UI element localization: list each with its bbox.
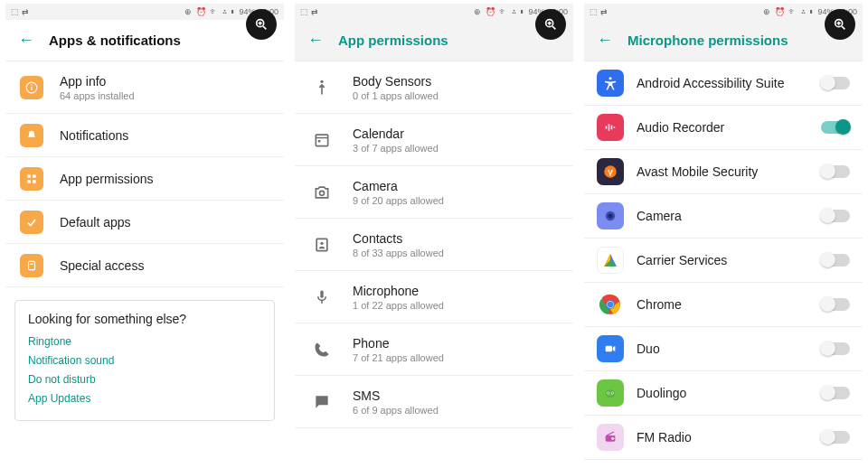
status-bar: ⬚ ⇄ ⊕ ⏰ ᯤ ⁂ ▮ 94% 15:00 — [5, 4, 284, 20]
label: Audio Recorder — [637, 120, 808, 135]
svg-rect-41 — [606, 346, 612, 352]
label: Calendar — [353, 126, 559, 141]
toggle[interactable] — [821, 210, 850, 222]
sublabel: 8 of 33 apps allowed — [353, 248, 559, 258]
special-icon — [20, 254, 43, 277]
page-title: Apps & notifications — [49, 33, 181, 48]
app-bar: ← App permissions — [295, 20, 573, 61]
apps-list: Android Accessibility Suite Audio Record… — [584, 61, 863, 464]
label: Special access — [60, 258, 269, 273]
back-arrow-icon[interactable]: ← — [307, 31, 324, 50]
svg-line-1 — [263, 26, 266, 29]
svg-rect-11 — [29, 261, 35, 269]
row-special-access[interactable]: Special access — [5, 244, 284, 287]
row-accessibility[interactable]: Android Accessibility Suite — [584, 61, 863, 106]
chrome-icon — [597, 291, 624, 318]
row-avast[interactable]: Avast Mobile Security — [584, 150, 863, 194]
row-audio-recorder[interactable]: Audio Recorder — [584, 106, 863, 150]
back-arrow-icon[interactable]: ← — [18, 31, 34, 50]
carrier-icon — [597, 247, 624, 274]
contacts-icon — [313, 236, 331, 254]
label: App info — [60, 74, 269, 89]
row-app-permissions[interactable]: App permissions — [5, 157, 284, 201]
toggle[interactable] — [821, 165, 850, 178]
magnify-button[interactable] — [535, 9, 566, 40]
page-title: App permissions — [338, 33, 448, 48]
label: SMS — [353, 388, 559, 403]
toggle[interactable] — [821, 77, 850, 89]
svg-point-48 — [611, 437, 614, 440]
label: Contacts — [353, 231, 559, 246]
svg-rect-7 — [27, 174, 30, 178]
magnify-button[interactable] — [246, 9, 277, 40]
svg-rect-31 — [609, 124, 610, 131]
magnify-button[interactable] — [825, 9, 855, 40]
row-microphone[interactable]: Microphone1 of 22 apps allowed — [295, 271, 573, 323]
row-duo[interactable]: Duo — [584, 327, 863, 371]
back-arrow-icon[interactable]: ← — [597, 31, 613, 50]
accessibility-icon — [597, 70, 624, 97]
sublabel: 0 of 1 apps allowed — [353, 90, 559, 101]
row-phone[interactable]: Phone7 of 21 apps allowed — [295, 323, 573, 376]
toggle[interactable] — [821, 121, 850, 134]
sublabel: 64 apps installed — [60, 90, 269, 101]
svg-point-29 — [609, 77, 612, 80]
svg-point-36 — [608, 213, 612, 218]
row-fm-radio[interactable]: FM Radio — [584, 416, 863, 460]
toggle[interactable] — [821, 298, 850, 311]
label: Avast Mobile Security — [637, 164, 808, 179]
status-bar: ⬚ ⇄ ⊕ ⏰ ᯤ ⁂ ▮ 94% 15:00 — [295, 4, 573, 20]
link-notification-sound[interactable]: Notification sound — [28, 354, 261, 367]
toggle[interactable] — [821, 387, 850, 399]
row-duolingo[interactable]: Duolingo — [584, 371, 863, 416]
row-contacts[interactable]: Contacts8 of 33 apps allowed — [295, 219, 573, 271]
row-body-sensors[interactable]: Body Sensors0 of 1 apps allowed — [295, 61, 573, 114]
svg-rect-24 — [320, 290, 323, 297]
label: Duo — [637, 342, 808, 356]
toggle[interactable] — [821, 254, 850, 267]
label: App permissions — [60, 172, 269, 186]
svg-rect-33 — [614, 126, 616, 128]
radio-icon — [597, 424, 624, 451]
toggle[interactable] — [821, 342, 850, 355]
looking-for-card: Looking for something else? Ringtone Not… — [14, 300, 275, 421]
check-icon — [20, 211, 43, 234]
svg-rect-8 — [33, 174, 36, 178]
row-camera-app[interactable]: Camera — [584, 194, 863, 239]
svg-rect-12 — [30, 263, 33, 264]
grid-icon — [20, 167, 43, 191]
svg-point-45 — [608, 392, 609, 394]
status-icons: ⊕ ⏰ ᯤ ⁂ ▮ — [474, 7, 525, 16]
link-ringtone[interactable]: Ringtone — [28, 335, 261, 348]
svg-point-40 — [608, 302, 614, 308]
row-default-apps[interactable]: Default apps — [5, 201, 284, 244]
status-icons: ⊕ ⏰ ᯤ ⁂ ▮ — [763, 7, 815, 16]
toggle[interactable] — [821, 431, 850, 444]
row-carrier[interactable]: Carrier Services — [584, 239, 863, 283]
label: Phone — [353, 336, 559, 351]
sublabel: 9 of 20 apps allowed — [353, 195, 559, 206]
app-bar: ← Microphone permissions — [584, 20, 863, 61]
row-sms[interactable]: SMS6 of 9 apps allowed — [295, 376, 573, 428]
nfc-icon: ⬚ ⇄ — [11, 7, 29, 16]
label: Android Accessibility Suite — [637, 76, 808, 90]
row-app-info[interactable]: App info 64 apps installed — [5, 61, 284, 114]
row-chrome[interactable]: Chrome — [584, 283, 863, 327]
row-camera[interactable]: Camera9 of 20 apps allowed — [295, 166, 573, 219]
label: Camera — [353, 179, 559, 193]
page-title: Microphone permissions — [627, 33, 788, 48]
svg-point-23 — [320, 241, 323, 244]
sublabel: 3 of 7 apps allowed — [353, 143, 559, 154]
row-notifications[interactable]: Notifications — [5, 114, 284, 157]
link-do-not-disturb[interactable]: Do not disturb — [28, 373, 261, 386]
svg-point-46 — [612, 392, 614, 394]
row-calendar[interactable]: Calendar3 of 7 apps allowed — [295, 114, 573, 166]
svg-rect-6 — [31, 84, 32, 85]
svg-point-21 — [320, 191, 325, 195]
svg-rect-9 — [27, 180, 30, 183]
label: Duolingo — [637, 386, 808, 400]
link-app-updates[interactable]: App Updates — [28, 392, 261, 405]
svg-rect-30 — [606, 126, 608, 129]
svg-line-49 — [607, 432, 614, 435]
camera-app-icon — [597, 202, 624, 229]
